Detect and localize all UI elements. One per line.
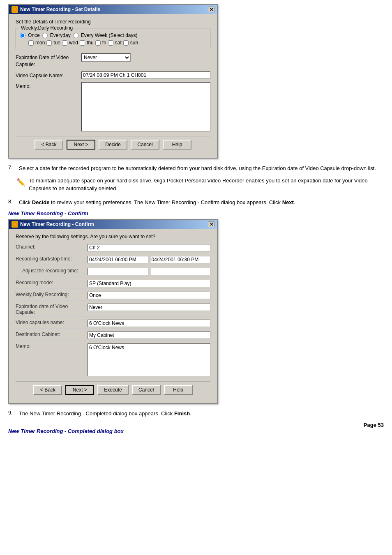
checkbox-wed[interactable] (62, 40, 67, 46)
memo-value (81, 82, 210, 133)
memo-textarea[interactable] (81, 82, 210, 131)
dialog-icon (12, 6, 18, 13)
capsule-name-row: Video Capsule Name: (16, 71, 210, 79)
expiration-select[interactable]: Never (81, 53, 131, 62)
finish-bold: Finish (174, 410, 190, 417)
expiration-row: Expiration Date of Video Capsule: Never (16, 53, 210, 68)
label-fri: fri (102, 40, 106, 46)
confirm-memo-value: 6 O'Clock News (88, 343, 210, 376)
checkbox-sun[interactable] (123, 40, 129, 46)
confirm-next-button[interactable]: Next > (65, 385, 94, 395)
set-details-subtitle: Set the Details of Timer Recording (16, 19, 210, 25)
svg-point-0 (13, 7, 17, 12)
radio-everyday-label: Everyday (50, 32, 71, 38)
completed-section-heading: New Timer Recording - Completed dialog b… (8, 428, 384, 434)
note-1: ✏️ To maintain adequate space on your ha… (16, 177, 384, 193)
weekly-daily-groupbox: Weekly,Daily Recording Once Everyday Eve… (16, 28, 210, 49)
instruction-7-text: Select a date for the recorded program t… (19, 164, 376, 173)
decide-bold: Decide (32, 199, 50, 205)
checkbox-tue[interactable] (46, 40, 52, 46)
capsule-name-value (81, 71, 210, 79)
instruction-9: 9. The New Timer Recording - Completed d… (8, 410, 384, 418)
cancel-button[interactable]: Cancel (131, 140, 159, 150)
confirm-mode-row: Recording mode: SP (Standard Play) (16, 279, 210, 289)
set-details-title: New Timer Recording - Set Details (20, 7, 100, 12)
radio-everyday[interactable] (42, 33, 48, 38)
confirm-memo-text: 6 O'Clock News (89, 345, 124, 350)
confirm-expiration-value: Never (88, 304, 210, 311)
checkbox-fri[interactable] (95, 40, 101, 46)
groupbox-title: Weekly,Daily Recording (19, 25, 74, 31)
confirm-memo-row: Memo: 6 O'Clock News (16, 342, 210, 378)
radio-once-label: Once (28, 32, 40, 38)
radio-once[interactable] (20, 33, 25, 38)
next-button[interactable]: Next > (67, 140, 95, 150)
radio-everyweek-label: Every Week (Select days) (81, 32, 138, 38)
label-sat: sat (115, 40, 122, 46)
radio-everyweek[interactable] (73, 33, 78, 38)
dialog2-button-bar: < Back Next > Execute Cancel Help (16, 381, 210, 398)
titlebar-left: New Timer Recording - Set Details (12, 6, 100, 13)
confirm-memo-label: Memo: (16, 343, 88, 349)
memo-label: Memo: (16, 82, 81, 90)
confirm-stop-value: 04/24/2001 06:30 PM (150, 256, 211, 263)
label-thu: thu (87, 40, 94, 46)
confirm-mode-label: Recording mode: (16, 280, 88, 286)
set-details-titlebar: New Timer Recording - Set Details ✕ (9, 5, 217, 14)
label-mon: mon (35, 40, 45, 46)
confirm-startStop-row: Recording start/stop time: 04/24/2001 06… (16, 255, 210, 265)
checkbox-thu[interactable] (80, 40, 85, 46)
confirm-weekly-label: Weekly,Daily Recording: (16, 292, 88, 297)
confirm-mode-value: SP (Standard Play) (88, 280, 210, 287)
instruction-7: 7. Select a date for the recorded progra… (8, 164, 384, 173)
confirm-body: Reserve by the following settings. Are y… (9, 229, 217, 403)
label-wed: wed (69, 40, 78, 46)
day-checkboxes-row: mon tue wed thu fri sat sun (20, 40, 206, 46)
instruction-8-text: Click Decide to review your setting pref… (19, 198, 295, 207)
confirm-cabinet-row: Destination Cabinet: My Cabinet (16, 330, 210, 341)
capsule-name-input[interactable] (81, 71, 210, 79)
instruction-8-num: 8. (8, 198, 16, 207)
decide-button[interactable]: Decide (99, 140, 127, 150)
confirm-startStop-values: 04/24/2001 06:00 PM 04/24/2001 06:30 PM (88, 256, 210, 263)
confirm-back-button[interactable]: < Back (33, 385, 62, 395)
checkbox-mon[interactable] (28, 40, 34, 46)
svg-point-1 (13, 222, 17, 226)
confirm-weekly-row: Weekly,Daily Recording: Once (16, 290, 210, 301)
confirm-channel-label: Channel: (16, 244, 88, 250)
note-1-text: To maintain adequate space on your hard … (29, 177, 384, 193)
close-button[interactable]: ✕ (208, 7, 214, 12)
page-number: Page 53 (8, 422, 384, 428)
confirm-expiration-row: Expiration date of Video Capsule: Never (16, 302, 210, 317)
confirm-capsule-value: 6 O'Clock News (88, 320, 210, 327)
confirm-weekly-value: Once (88, 292, 210, 299)
confirm-capsule-label: Video capsules name: (16, 320, 88, 325)
confirm-help-button[interactable]: Help (164, 385, 193, 395)
help-button[interactable]: Help (163, 140, 191, 150)
confirm-close-button[interactable]: ✕ (208, 221, 214, 227)
confirm-subtitle: Reserve by the following settings. Are y… (16, 234, 210, 240)
confirm-capsule-row: Video capsules name: 6 O'Clock News (16, 318, 210, 329)
instruction-7-num: 7. (8, 164, 16, 173)
checkbox-sat[interactable] (108, 40, 113, 46)
note-icon: ✏️ (16, 177, 25, 193)
confirm-cabinet-label: Destination Cabinet: (16, 332, 88, 337)
set-details-body: Set the Details of Timer Recording Weekl… (9, 14, 217, 158)
execute-button[interactable]: Execute (97, 385, 128, 395)
instruction-9-text: The New Timer Recording - Completed dial… (19, 410, 191, 418)
expiration-value: Never (81, 53, 210, 62)
label-sun: sun (130, 40, 138, 46)
confirm-cancel-button[interactable]: Cancel (132, 385, 161, 395)
back-button[interactable]: < Back (35, 140, 63, 150)
label-tue: tue (53, 40, 60, 46)
instruction-9-num: 9. (8, 410, 16, 418)
instruction-8: 8. Click Decide to review your setting p… (8, 198, 384, 207)
dialog1-button-bar: < Back Next > Decide Cancel Help (16, 136, 210, 153)
confirm-channel-value: Ch 2 (88, 244, 210, 251)
recurrence-radio-row: Once Everyday Every Week (Select days) (20, 32, 206, 38)
confirm-expiration-label: Expiration date of Video Capsule: (16, 304, 88, 315)
confirm-cabinet-value: My Cabinet (88, 332, 210, 339)
confirm-adjust-end (150, 268, 211, 275)
confirm-dialog: New Timer Recording - Confirm ✕ Reserve … (8, 219, 218, 404)
confirm-title: New Timer Recording - Confirm (20, 221, 94, 227)
